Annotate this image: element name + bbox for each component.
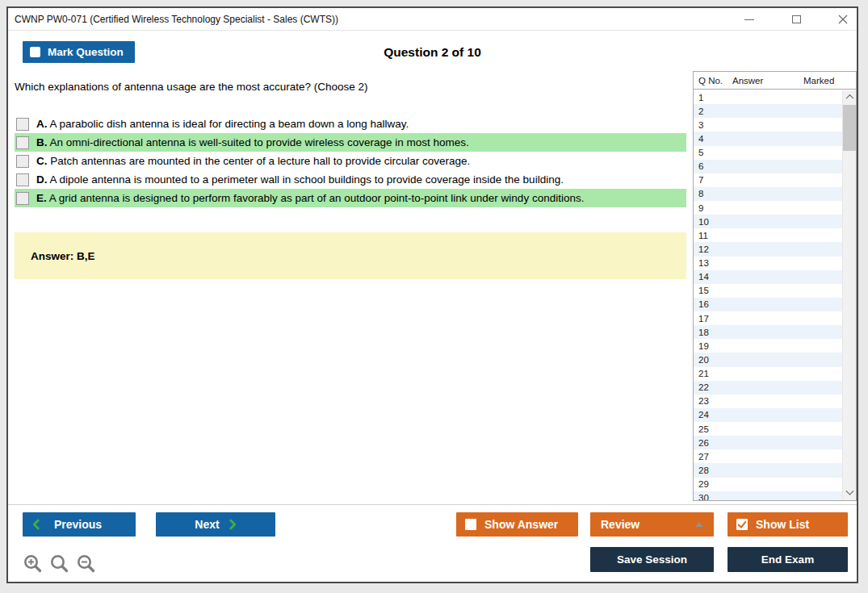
question-list-row[interactable]: 9 — [694, 201, 842, 215]
option-checkbox[interactable] — [16, 155, 29, 168]
question-list-scrollbar[interactable] — [842, 90, 856, 500]
qno-cell: 21 — [698, 369, 732, 378]
column-header-answer: Answer — [732, 76, 803, 86]
chevron-right-icon — [229, 519, 237, 530]
maximize-button[interactable] — [790, 14, 802, 25]
question-list-row[interactable]: 10 — [694, 215, 842, 228]
qno-cell: 1 — [698, 93, 732, 102]
question-list-row[interactable]: 12 — [694, 242, 842, 256]
qno-cell: 11 — [698, 231, 732, 240]
question-list-row[interactable]: 19 — [694, 339, 842, 353]
question-list-row[interactable]: 24 — [694, 408, 842, 422]
question-list-row[interactable]: 22 — [694, 381, 842, 395]
question-list-row[interactable]: 25 — [694, 422, 842, 436]
option-letter: E. — [36, 192, 47, 204]
review-label: Review — [601, 518, 639, 531]
qno-cell: 26 — [698, 438, 732, 448]
qno-cell: 29 — [698, 479, 732, 489]
option-checkbox[interactable] — [16, 192, 29, 205]
question-list-row[interactable]: 5 — [694, 146, 842, 160]
answer-panel: Answer: B,E — [15, 232, 686, 279]
scrollbar-thumb[interactable] — [843, 105, 856, 151]
minimize-button[interactable] — [744, 14, 755, 25]
qno-cell: 20 — [698, 355, 732, 365]
question-list-row[interactable]: 29 — [694, 478, 842, 491]
question-list-body: 1 2 3 4 5 6 7 8 — [694, 90, 856, 500]
qno-cell: 19 — [698, 341, 732, 351]
question-list-panel: Q No. Answer Marked 1 2 3 4 5 6 — [693, 71, 857, 501]
question-list-row[interactable]: 4 — [694, 132, 842, 145]
end-exam-button[interactable]: End Exam — [728, 547, 848, 572]
scroll-up-button[interactable] — [843, 90, 856, 104]
answer-option-row[interactable]: E. A grid antenna is designed to perform… — [15, 189, 686, 207]
question-list-row[interactable]: 28 — [694, 463, 842, 477]
close-button[interactable] — [837, 14, 849, 25]
save-session-label: Save Session — [617, 553, 687, 566]
question-list-row[interactable]: 18 — [694, 325, 842, 339]
qno-cell: 3 — [698, 120, 732, 130]
question-list-row[interactable]: 21 — [694, 367, 842, 381]
caret-up-icon — [695, 522, 703, 527]
question-list-header: Q No. Answer Marked — [694, 72, 856, 90]
question-list-row[interactable]: 8 — [694, 187, 842, 201]
option-letter: B. — [36, 136, 48, 148]
qno-cell: 8 — [698, 189, 732, 198]
question-list-row[interactable]: 20 — [694, 353, 842, 366]
question-list-row[interactable]: 1 — [694, 90, 842, 104]
answer-option-row[interactable]: C. Patch antennas are mounted in the cen… — [15, 152, 686, 170]
show-answer-button[interactable]: Show Answer — [456, 512, 578, 537]
end-exam-label: End Exam — [761, 553, 814, 566]
option-text: A dipole antenna is mounted to a perimet… — [48, 173, 564, 186]
options-list: A. A parabolic dish antenna is ideal for… — [15, 115, 686, 207]
show-answer-label: Show Answer — [484, 518, 558, 531]
option-label: D. A dipole antenna is mounted to a peri… — [36, 173, 564, 186]
review-button[interactable]: Review — [590, 512, 714, 537]
option-text: A parabolic dish antenna is ideal for di… — [48, 118, 409, 130]
option-checkbox[interactable] — [16, 136, 29, 149]
previous-button[interactable]: Previous — [23, 512, 136, 537]
option-checkbox[interactable] — [16, 173, 29, 186]
show-list-checkbox-icon — [736, 519, 748, 530]
question-list-row[interactable]: 3 — [694, 118, 842, 132]
window-title: CWNP PW0-071 (Certified Wireless Technol… — [8, 14, 338, 25]
window-controls — [744, 8, 849, 31]
zoom-out-icon[interactable] — [76, 553, 97, 574]
question-list-row[interactable]: 13 — [694, 257, 842, 270]
question-counter: Question 2 of 10 — [8, 45, 857, 60]
question-list-row[interactable]: 26 — [694, 436, 842, 449]
question-list-row[interactable]: 7 — [694, 173, 842, 187]
question-list-row[interactable]: 6 — [694, 160, 842, 173]
scroll-down-button[interactable] — [843, 487, 856, 500]
option-checkbox[interactable] — [16, 118, 29, 131]
chevron-up-icon — [846, 94, 854, 102]
show-list-button[interactable]: Show List — [728, 512, 848, 537]
save-session-button[interactable]: Save Session — [590, 547, 714, 572]
option-letter: C. — [36, 155, 48, 167]
chevron-down-icon — [846, 487, 854, 495]
minimize-icon — [744, 19, 754, 20]
question-list-row[interactable]: 27 — [694, 449, 842, 463]
option-label: C. Patch antennas are mounted in the cen… — [36, 155, 470, 167]
answer-option-row[interactable]: A. A parabolic dish antenna is ideal for… — [15, 115, 686, 133]
question-list-row[interactable]: 11 — [694, 228, 842, 242]
question-list-row[interactable]: 2 — [694, 104, 842, 118]
qno-cell: 28 — [698, 466, 732, 475]
question-list-row[interactable]: 23 — [694, 395, 842, 408]
answer-option-row[interactable]: B. An omni-directional antenna is well-s… — [15, 133, 686, 152]
option-label: A. A parabolic dish antenna is ideal for… — [36, 118, 409, 130]
answer-option-row[interactable]: D. A dipole antenna is mounted to a peri… — [15, 170, 686, 189]
qno-cell: 5 — [698, 148, 732, 157]
zoom-in-icon[interactable] — [23, 553, 44, 574]
qno-cell: 13 — [698, 258, 732, 268]
show-answer-checkbox-icon — [465, 519, 476, 530]
column-header-marked: Marked — [803, 76, 856, 86]
zoom-reset-icon[interactable] — [49, 553, 70, 574]
question-list-row[interactable]: 15 — [694, 284, 842, 298]
question-list-row[interactable]: 14 — [694, 270, 842, 284]
question-list-row[interactable]: 30 — [694, 491, 842, 500]
question-list-row[interactable]: 17 — [694, 311, 842, 325]
question-list-row[interactable]: 16 — [694, 298, 842, 311]
next-button[interactable]: Next — [156, 512, 275, 537]
previous-label: Previous — [54, 518, 102, 531]
option-label: B. An omni-directional antenna is well-s… — [36, 136, 469, 148]
